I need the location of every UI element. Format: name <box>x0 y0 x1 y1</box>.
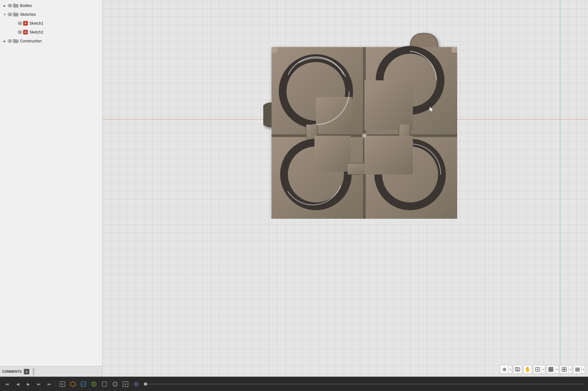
svg-point-5 <box>19 23 21 24</box>
sketches-label: Sketches <box>20 12 36 17</box>
comments-label: COMMENTS <box>2 370 22 374</box>
bodies-label: Bodies <box>20 3 32 8</box>
sketch1-icon <box>23 20 28 26</box>
svg-point-62 <box>135 383 137 385</box>
solid-tool-btn[interactable] <box>68 379 78 389</box>
visibility-construction-icon[interactable] <box>7 38 13 44</box>
visibility-bodies-icon[interactable] <box>7 3 13 8</box>
capture-btn[interactable] <box>513 365 522 374</box>
view-options-dropdown-btn[interactable]: ▾ <box>582 365 585 374</box>
svg-text:✦: ✦ <box>124 382 127 386</box>
sketch2-label: Sketch2 <box>29 30 44 34</box>
expand-sketches-btn[interactable]: ▼ <box>2 12 7 17</box>
main-area: ▶ Bodies ▼ Sketches <box>0 0 588 377</box>
go-to-start-btn[interactable]: ⏮ <box>2 379 12 389</box>
expand-construction-btn[interactable]: ▶ <box>2 38 7 43</box>
zoom-fit-group: ▾ <box>533 365 545 374</box>
svg-rect-30 <box>364 136 413 174</box>
svg-rect-34 <box>516 367 517 368</box>
view-options-btn[interactable] <box>573 365 582 374</box>
puzzle-svg <box>263 19 457 219</box>
viewport[interactable]: ⊕ ▾ ✋ ▾ ▾ <box>103 0 588 377</box>
svg-rect-44 <box>562 370 564 372</box>
play-btn[interactable]: ▶ <box>23 379 33 389</box>
tree-panel: ▶ Bodies ▼ Sketches <box>0 0 102 366</box>
expand-bodies-btn[interactable]: ▶ <box>2 3 7 8</box>
svg-point-59 <box>114 382 116 386</box>
orient-btn[interactable]: ⊕ <box>500 365 509 374</box>
folder-bodies-icon <box>13 2 19 9</box>
svg-point-1 <box>9 5 11 6</box>
svg-rect-45 <box>564 370 566 372</box>
tree-item-bodies[interactable]: ▶ Bodies <box>0 1 102 10</box>
svg-rect-21 <box>363 47 366 219</box>
viewport-controls: ⊕ ▾ ✋ ▾ ▾ <box>500 365 585 374</box>
svg-point-3 <box>9 14 11 15</box>
svg-rect-42 <box>562 367 564 369</box>
sketch2-icon <box>23 29 28 35</box>
display-mode-dropdown-btn[interactable]: ▾ <box>555 365 559 374</box>
svg-rect-28 <box>315 136 351 172</box>
svg-point-63 <box>134 382 138 386</box>
view-options-group: ▾ <box>573 365 585 374</box>
svg-rect-46 <box>575 368 580 369</box>
visibility-sketch1-icon[interactable] <box>17 20 23 26</box>
sheet-tool-btn[interactable] <box>78 379 88 389</box>
orient-control-group: ⊕ ▾ <box>500 365 512 374</box>
sketch1-label: Sketch1 <box>29 21 44 25</box>
svg-rect-43 <box>564 367 566 369</box>
mesh-tool-btn[interactable] <box>110 379 120 389</box>
grid-btn[interactable] <box>560 365 569 374</box>
folder-sketches-icon <box>13 11 19 17</box>
vertical-axis <box>560 0 560 377</box>
tree-item-sketch2[interactable]: ▶ Sketch2 <box>0 28 102 37</box>
add-comment-btn[interactable]: + <box>24 369 29 374</box>
svg-rect-26 <box>364 80 413 130</box>
grid-dropdown-btn[interactable]: ▾ <box>569 365 572 374</box>
svg-rect-23 <box>316 97 352 133</box>
svg-rect-57 <box>102 382 107 386</box>
svg-point-35 <box>517 369 519 371</box>
display-mode-btn[interactable] <box>546 365 555 374</box>
visibility-sketch2-icon[interactable] <box>17 29 23 35</box>
3d-model-view <box>263 19 457 219</box>
simulation-tool-btn[interactable]: ✦ <box>121 379 131 389</box>
timeline-slider-handle[interactable] <box>144 382 147 386</box>
grid-control-group: ▾ <box>560 365 572 374</box>
tree-item-construction[interactable]: ▶ Construction <box>0 37 102 45</box>
settings-tool-btn[interactable] <box>131 379 141 389</box>
go-to-end-btn[interactable]: ⏭ <box>44 379 54 389</box>
construction-label: Construction <box>20 39 42 43</box>
svg-point-15 <box>9 40 11 42</box>
toolbar-separator-1 <box>56 380 56 388</box>
surface-tool-btn[interactable] <box>99 379 109 389</box>
zoom-fit-dropdown-btn[interactable]: ▾ <box>542 365 545 374</box>
zoom-fit-btn[interactable] <box>533 365 542 374</box>
svg-point-56 <box>93 383 95 385</box>
svg-rect-47 <box>575 369 580 370</box>
next-btn[interactable]: ⏭ <box>34 379 44 389</box>
orient-dropdown-btn[interactable]: ▾ <box>509 365 512 374</box>
display-mode-group: ▾ <box>546 365 559 374</box>
tree-item-sketch1[interactable]: ▶ Sketch1 <box>0 19 102 28</box>
svg-rect-48 <box>575 371 580 371</box>
timeline-bar[interactable] <box>144 384 584 385</box>
weldment-tool-btn[interactable] <box>89 379 99 389</box>
bottom-toolbar: ⏮ ◀ ▶ ⏭ ⏭ ✦ <box>0 377 588 391</box>
previous-btn[interactable]: ◀ <box>13 379 23 389</box>
comments-bar: COMMENTS + <box>0 366 102 377</box>
tree-item-sketches[interactable]: ▼ Sketches <box>0 10 102 19</box>
panel-resize-handle[interactable] <box>33 368 34 375</box>
svg-point-55 <box>92 382 96 386</box>
svg-point-58 <box>113 382 117 386</box>
folder-construction-icon <box>13 38 19 44</box>
sidebar: ▶ Bodies ▼ Sketches <box>0 0 103 377</box>
sketch-tool-btn[interactable] <box>57 379 67 389</box>
visibility-sketches-icon[interactable] <box>7 12 13 17</box>
svg-point-10 <box>19 32 21 33</box>
svg-point-31 <box>362 133 367 138</box>
svg-marker-52 <box>70 382 75 387</box>
pan-btn[interactable]: ✋ <box>523 365 532 374</box>
